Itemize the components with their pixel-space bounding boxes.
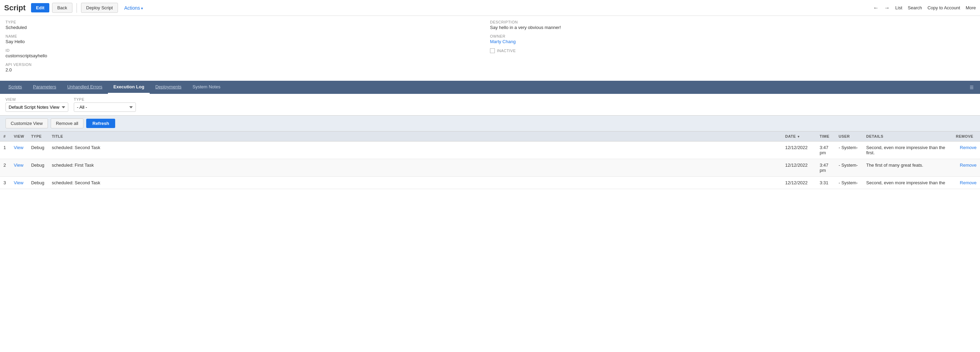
- tab-unhandled-errors[interactable]: Unhandled Errors: [62, 81, 108, 94]
- inactive-label: INACTIVE: [497, 49, 516, 53]
- cell-type: Debug: [28, 142, 48, 159]
- cell-user: - System-: [835, 142, 863, 159]
- api-version-label: API VERSION: [6, 62, 490, 67]
- cell-type: Debug: [28, 159, 48, 177]
- cell-remove: Remove: [952, 159, 980, 177]
- col-header-num: #: [0, 132, 10, 142]
- cell-time: 3:31: [816, 177, 835, 189]
- description-field: DESCRIPTION Say hello in a very obvious …: [490, 20, 974, 30]
- tabs-bar: Scripts Parameters Unhandled Errors Exec…: [0, 81, 980, 94]
- cell-num: 1: [0, 142, 10, 159]
- fields-section: TYPE Scheduled NAME Say Hello ID customs…: [0, 16, 980, 81]
- nav-list-link[interactable]: List: [895, 5, 902, 10]
- cell-title: scheduled: First Task: [48, 159, 782, 177]
- name-value: Say Hello: [6, 39, 490, 44]
- execution-log-table: # VIEW TYPE TITLE DATE TIME USER DETAILS…: [0, 132, 980, 189]
- owner-field: OWNER Marty Chang: [490, 34, 974, 44]
- table-body: 1 View Debug scheduled: Second Task 12/1…: [0, 142, 980, 189]
- nav-search-link[interactable]: Search: [908, 5, 922, 10]
- refresh-button[interactable]: Refresh: [86, 119, 115, 128]
- col-header-user: USER: [835, 132, 863, 142]
- cell-type: Debug: [28, 177, 48, 189]
- page-title: Script: [4, 3, 25, 13]
- tab-deployments[interactable]: Deployments: [150, 81, 187, 94]
- col-header-time: TIME: [816, 132, 835, 142]
- description-value: Say hello in a very obvious manner!: [490, 25, 974, 30]
- cell-date: 12/12/2022: [782, 142, 816, 159]
- col-header-type: TYPE: [28, 132, 48, 142]
- view-link[interactable]: View: [14, 180, 24, 185]
- header-nav: ← → List Search Copy to Account More: [873, 5, 976, 11]
- tab-system-notes[interactable]: System Notes: [187, 81, 226, 94]
- cell-view: View: [10, 177, 28, 189]
- cell-title: scheduled: Second Task: [48, 142, 782, 159]
- type-value: Scheduled: [6, 25, 490, 30]
- nav-prev-arrow[interactable]: ←: [873, 5, 879, 11]
- cell-num: 2: [0, 159, 10, 177]
- nav-more-link[interactable]: More: [966, 5, 976, 10]
- cell-title: scheduled: Second Task: [48, 177, 782, 189]
- fields-left: TYPE Scheduled NAME Say Hello ID customs…: [6, 20, 490, 76]
- actions-button[interactable]: Actions: [121, 3, 146, 13]
- col-header-remove: REMOVE: [952, 132, 980, 142]
- id-value: customscriptsayhello: [6, 53, 490, 58]
- api-version-field: API VERSION 2.0: [6, 62, 490, 72]
- col-header-details: DETAILS: [863, 132, 952, 142]
- col-header-view: VIEW: [10, 132, 28, 142]
- view-select[interactable]: Default Script Notes View: [6, 102, 68, 112]
- id-label: ID: [6, 48, 490, 53]
- description-label: DESCRIPTION: [490, 20, 974, 24]
- view-link[interactable]: View: [14, 162, 24, 168]
- table-header: # VIEW TYPE TITLE DATE TIME USER DETAILS…: [0, 132, 980, 142]
- cell-user: - System-: [835, 159, 863, 177]
- cell-details: Second, even more impressive than the fi…: [863, 142, 952, 159]
- inactive-checkbox[interactable]: [490, 48, 495, 53]
- remove-link[interactable]: Remove: [960, 162, 977, 168]
- cell-time: 3:47 pm: [816, 159, 835, 177]
- remove-all-button[interactable]: Remove all: [51, 118, 83, 128]
- tab-execution-log[interactable]: Execution Log: [108, 81, 150, 94]
- remove-link[interactable]: Remove: [960, 180, 977, 185]
- table-row: 1 View Debug scheduled: Second Task 12/1…: [0, 142, 980, 159]
- tab-parameters[interactable]: Parameters: [28, 81, 62, 94]
- type-field: TYPE Scheduled: [6, 20, 490, 30]
- controls-row: VIEW Default Script Notes View TYPE - Al…: [0, 94, 980, 115]
- customize-view-button[interactable]: Customize View: [6, 118, 48, 128]
- inactive-row: INACTIVE: [490, 48, 974, 53]
- type-control-label: TYPE: [74, 97, 136, 102]
- cell-remove: Remove: [952, 177, 980, 189]
- remove-link[interactable]: Remove: [960, 145, 977, 150]
- type-control: TYPE - All - Debug Error System: [74, 97, 136, 112]
- table-row: 2 View Debug scheduled: First Task 12/12…: [0, 159, 980, 177]
- owner-value[interactable]: Marty Chang: [490, 39, 515, 44]
- cell-user: - System-: [835, 177, 863, 189]
- col-header-title: TITLE: [48, 132, 782, 142]
- type-select[interactable]: - All - Debug Error System: [74, 102, 136, 112]
- cell-view: View: [10, 142, 28, 159]
- view-link[interactable]: View: [14, 145, 24, 150]
- action-buttons-row: Customize View Remove all Refresh: [0, 115, 980, 132]
- view-control: VIEW Default Script Notes View: [6, 97, 68, 112]
- cell-date: 12/12/2022: [782, 159, 816, 177]
- back-button[interactable]: Back: [52, 3, 72, 13]
- tab-scripts[interactable]: Scripts: [3, 81, 28, 94]
- tabs-collapse-icon[interactable]: ☰: [966, 81, 977, 94]
- edit-button[interactable]: Edit: [31, 3, 49, 13]
- col-header-date[interactable]: DATE: [782, 132, 816, 142]
- nav-copy-link[interactable]: Copy to Account: [928, 5, 960, 10]
- name-field: NAME Say Hello: [6, 34, 490, 44]
- deploy-script-button[interactable]: Deploy Script: [81, 3, 118, 13]
- view-control-label: VIEW: [6, 97, 68, 102]
- id-field: ID customscriptsayhello: [6, 48, 490, 58]
- nav-next-arrow[interactable]: →: [884, 5, 890, 11]
- api-version-value: 2.0: [6, 67, 490, 72]
- cell-details: Second, even more impressive than the: [863, 177, 952, 189]
- owner-label: OWNER: [490, 34, 974, 38]
- cell-details: The first of many great feats.: [863, 159, 952, 177]
- cell-view: View: [10, 159, 28, 177]
- name-label: NAME: [6, 34, 490, 38]
- table-row: 3 View Debug scheduled: Second Task 12/1…: [0, 177, 980, 189]
- cell-date: 12/12/2022: [782, 177, 816, 189]
- fields-right: DESCRIPTION Say hello in a very obvious …: [490, 20, 974, 76]
- cell-num: 3: [0, 177, 10, 189]
